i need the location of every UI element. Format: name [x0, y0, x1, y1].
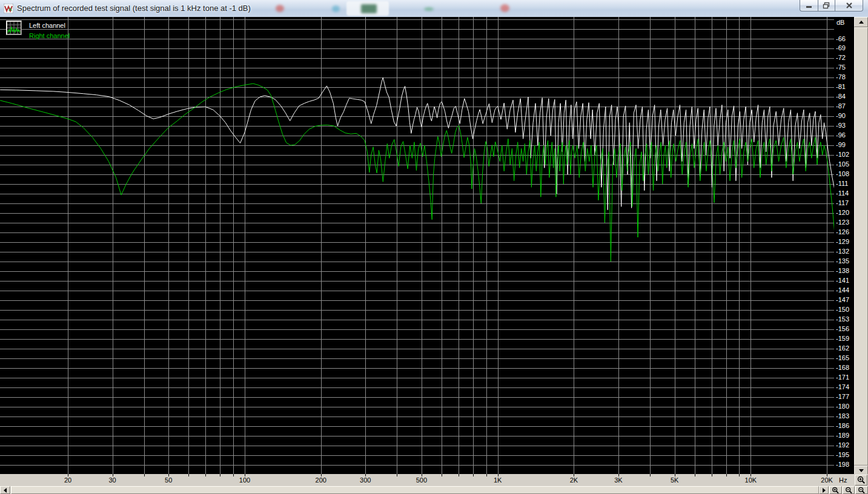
scroll-left-button[interactable]	[0, 486, 10, 494]
x-tick-mark	[220, 474, 220, 476]
y-tick-label: -180	[836, 403, 849, 410]
y-tick-label: -141	[836, 277, 849, 285]
arrow-up-icon	[859, 21, 864, 24]
x-tick-label: 30	[108, 476, 116, 484]
y-tick-label: -159	[836, 335, 849, 343]
horizontal-scrollbar[interactable]	[0, 486, 868, 494]
aero-glass-blur	[332, 5, 340, 12]
aero-glass-blur	[500, 4, 509, 12]
y-tick-label: -84	[836, 93, 846, 100]
x-tick-mark	[233, 474, 234, 476]
legend-left-channel: Left channel	[29, 21, 70, 31]
spectrum-window: Spectrum of recorded test signal (test s…	[0, 0, 868, 494]
y-tick-label: -168	[836, 364, 849, 372]
x-tick-mark	[695, 474, 695, 476]
restore-icon	[823, 2, 830, 9]
y-tick-label: -66	[836, 35, 846, 43]
y-tick-label: -189	[836, 432, 849, 440]
y-tick-label: -147	[836, 296, 849, 304]
close-button[interactable]	[835, 0, 863, 12]
x-tick-label: 300	[360, 476, 371, 484]
x-tick-label: 2K	[570, 476, 578, 484]
window-title: Spectrum of recorded test signal (test s…	[17, 0, 251, 16]
y-tick-label: -150	[836, 306, 849, 314]
x-tick-label: 5K	[671, 476, 678, 484]
title-bar[interactable]: Spectrum of recorded test signal (test s…	[0, 0, 868, 18]
y-tick-label: -144	[836, 286, 849, 294]
x-axis-unit: Hz	[839, 476, 847, 484]
scroll-right-button[interactable]	[819, 486, 829, 494]
x-tick-mark	[739, 474, 740, 476]
y-tick-label: -117	[836, 199, 849, 207]
y-tick-label: -192	[836, 441, 849, 449]
x-tick-mark	[473, 474, 474, 476]
y-tick-label: -165	[836, 354, 849, 362]
legend: Left channel Right channel	[6, 21, 70, 41]
spectrum-chart	[0, 17, 834, 474]
arrow-right-icon	[823, 488, 826, 493]
vertical-scrollbar-thumb[interactable]	[854, 27, 868, 466]
x-tick-mark	[397, 474, 397, 476]
y-tick-label: -105	[836, 160, 849, 168]
y-tick-label: -78	[836, 73, 846, 81]
y-tick-label: -93	[836, 122, 846, 130]
y-tick-label: -198	[836, 461, 849, 469]
vertical-zoom-out-button[interactable]	[855, 486, 868, 494]
y-tick-label: -87	[836, 102, 846, 110]
scroll-up-button[interactable]	[854, 17, 868, 27]
x-tick-mark	[726, 474, 727, 476]
y-tick-label: -162	[836, 344, 849, 352]
x-tick-mark	[712, 474, 712, 476]
arrow-down-icon	[859, 469, 864, 472]
aero-glass-blur	[424, 7, 434, 11]
y-tick-label: -183	[836, 412, 849, 420]
horizontal-scrollbar-thumb[interactable]	[11, 486, 819, 494]
x-tick-label: 500	[416, 476, 427, 484]
x-tick-mark	[144, 474, 145, 476]
x-tick-mark	[459, 474, 459, 476]
vertical-zoom-in-button[interactable]	[855, 475, 867, 486]
x-tick-mark	[486, 474, 487, 476]
y-tick-label: -108	[836, 170, 849, 178]
x-tick-label: 20K	[821, 476, 833, 484]
y-tick-label: -138	[836, 267, 849, 275]
y-axis-unit: dB	[837, 19, 844, 26]
zoom-out-icon	[845, 487, 853, 494]
minimize-icon	[806, 2, 813, 9]
x-tick-label: 50	[165, 476, 172, 484]
aero-glass-blur	[361, 4, 377, 13]
y-tick-label: -195	[836, 451, 849, 459]
zoom-out-icon	[858, 487, 866, 494]
y-tick-label: -153	[836, 315, 849, 323]
x-tick-mark	[650, 474, 651, 476]
aero-glass-blur	[276, 5, 284, 12]
x-tick-mark	[188, 474, 189, 476]
legend-spectrum-button[interactable]	[6, 21, 22, 35]
y-tick-label: -174	[836, 383, 849, 391]
spectrum-plot[interactable]: Left channel Right channel	[0, 17, 834, 474]
y-tick-label: -75	[836, 64, 846, 71]
y-tick-label: -81	[836, 83, 846, 91]
arrow-left-icon	[4, 488, 7, 493]
rmaa-wave-icon	[4, 4, 13, 13]
x-axis-labels: 2030501002003005001K2K3K5K10K20K Hz	[0, 474, 868, 486]
zoom-in-icon	[857, 476, 866, 484]
y-tick-label: -135	[836, 257, 849, 265]
minimize-button[interactable]	[800, 0, 818, 12]
vertical-scrollbar[interactable]	[854, 17, 868, 476]
y-tick-label: -120	[836, 209, 849, 217]
y-tick-label: -177	[836, 393, 849, 401]
x-tick-mark	[442, 474, 442, 476]
y-tick-label: -186	[836, 422, 849, 430]
horizontal-zoom-in-button[interactable]	[829, 486, 842, 494]
x-tick-label: 200	[316, 476, 326, 484]
close-icon	[846, 2, 853, 9]
horizontal-zoom-out-button[interactable]	[843, 486, 855, 494]
y-tick-label: -114	[836, 189, 849, 197]
x-tick-label: 20	[64, 476, 71, 484]
y-tick-label: -132	[836, 248, 849, 255]
x-tick-label: 1K	[494, 476, 502, 484]
restore-button[interactable]	[818, 0, 835, 12]
x-tick-label: 3K	[614, 476, 622, 484]
y-tick-label: -111	[836, 180, 848, 188]
